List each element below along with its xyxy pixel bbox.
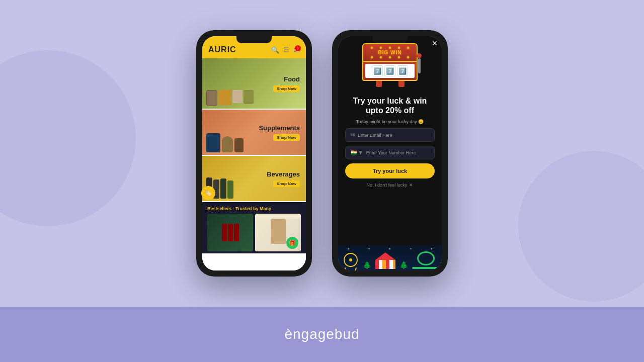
product-card-1[interactable] bbox=[207, 214, 253, 251]
reel-3: 7️⃣ bbox=[397, 65, 408, 76]
right-phone: ✕ ✨ ✨ bbox=[332, 30, 448, 277]
sign-dot bbox=[398, 47, 400, 49]
menu-icon[interactable]: ☰ bbox=[283, 46, 289, 54]
food-products bbox=[206, 90, 254, 106]
supp-pouch bbox=[206, 133, 220, 152]
fw-leg-left bbox=[345, 267, 347, 270]
email-placeholder: Enter Email Here bbox=[358, 133, 392, 138]
supplements-shop-btn[interactable]: Shop Now bbox=[273, 134, 300, 141]
supplements-banner-title: Supplements bbox=[259, 124, 300, 132]
phone-notch-right bbox=[372, 36, 408, 43]
product-grid: 🎁 bbox=[207, 214, 301, 251]
star-4: ✦ bbox=[410, 247, 412, 250]
tent-top bbox=[375, 252, 395, 260]
carnival-bottom: ★ ✦ ★ ✦ ★ 🌲 bbox=[338, 245, 442, 270]
sign-dot bbox=[407, 56, 409, 58]
phone-placeholder: Enter Your Number Here bbox=[366, 150, 416, 155]
product-card-img-1 bbox=[207, 214, 253, 251]
sign-dot bbox=[380, 47, 382, 49]
spin-screen: ✕ ✨ ✨ bbox=[338, 36, 442, 270]
bottle-4 bbox=[227, 180, 233, 199]
spin-headline: Try your luck & win upto 20% off bbox=[345, 96, 435, 115]
circus-tent-wrapper bbox=[375, 252, 395, 269]
product-card-2[interactable]: 🎁 bbox=[255, 214, 301, 251]
slot-sign: BIG WIN bbox=[362, 43, 418, 62]
food-banner-title: Food bbox=[273, 75, 300, 83]
handle-knob bbox=[417, 53, 422, 58]
handle-bar bbox=[418, 58, 421, 73]
flag-icon: 🇮🇳 ▼ bbox=[351, 150, 363, 155]
spin-subtext: Today might be your lucky day 😊 bbox=[345, 119, 435, 124]
circus-tent bbox=[375, 252, 395, 269]
gift-button[interactable]: 🎁 bbox=[286, 237, 298, 249]
supplements-banner-text: Supplements Shop Now bbox=[259, 124, 300, 141]
cart-badge: 1 bbox=[295, 45, 301, 51]
auric-content: Food Shop Now Supplements S bbox=[202, 58, 306, 270]
cart-icon[interactable]: 🛍 1 bbox=[293, 46, 300, 54]
sign-dot bbox=[389, 56, 391, 58]
product-pill bbox=[206, 90, 217, 106]
carnival-scene: 🌲 🌲 bbox=[338, 251, 442, 270]
close-button[interactable]: ✕ bbox=[432, 39, 438, 47]
fw-center bbox=[349, 258, 352, 261]
slot-legs bbox=[362, 81, 418, 87]
footer-logo: èngagebud bbox=[284, 326, 359, 342]
star-1: ★ bbox=[347, 247, 350, 250]
star-5: ★ bbox=[430, 247, 433, 250]
auric-nav-icons: 🔍 ☰ 🛍 1 bbox=[271, 46, 300, 54]
sign-dot bbox=[389, 47, 391, 49]
reel-2: 7️⃣ bbox=[384, 65, 395, 76]
food-banner-text: Food Shop Now bbox=[273, 75, 300, 92]
decline-text: No, I don't feel lucky bbox=[367, 183, 408, 188]
slot-handle bbox=[417, 53, 422, 73]
sign-dots-bottom bbox=[367, 55, 413, 59]
product-extra bbox=[244, 90, 254, 104]
sign-dot bbox=[407, 47, 409, 49]
slot-leg-left bbox=[376, 81, 382, 87]
beverages-shop-btn[interactable]: Shop Now bbox=[273, 180, 300, 187]
sign-dot bbox=[380, 56, 382, 58]
food-shop-btn[interactable]: Shop Now bbox=[273, 85, 300, 92]
sign-dot bbox=[371, 47, 373, 49]
sign-dot bbox=[398, 56, 400, 58]
beverages-banner-text: Beverages Shop Now bbox=[267, 170, 300, 187]
slot-reels: 7️⃣ 7️⃣ 7️⃣ bbox=[365, 64, 415, 78]
phone-notch-left bbox=[236, 36, 272, 43]
ferris-wheel bbox=[343, 253, 359, 269]
fw-leg-right bbox=[355, 267, 357, 270]
decline-row: No, I don't feel lucky ✕ bbox=[345, 183, 435, 188]
bestsellers-title: Bestsellers - Trusted by Many bbox=[207, 206, 301, 211]
sign-dots-top bbox=[367, 46, 413, 50]
decline-icon[interactable]: ✕ bbox=[409, 183, 413, 188]
roller-coaster bbox=[412, 251, 437, 269]
card-bottle-1 bbox=[222, 224, 227, 241]
rc-loop bbox=[417, 251, 435, 265]
search-icon[interactable]: 🔍 bbox=[271, 46, 279, 54]
supp-jar bbox=[234, 138, 244, 152]
phone-input[interactable]: 🇮🇳 ▼ Enter Your Number Here bbox=[345, 146, 435, 159]
bestsellers-section: Bestsellers - Trusted by Many bbox=[202, 202, 306, 253]
reel-1: 7️⃣ bbox=[372, 65, 383, 76]
slot-leg-right bbox=[398, 81, 405, 87]
product-box bbox=[218, 90, 231, 105]
bottle-3 bbox=[220, 178, 226, 199]
auric-logo: AURIC bbox=[208, 45, 236, 54]
stars-row: ★ ✦ ★ ✦ ★ bbox=[338, 247, 442, 250]
food-banner[interactable]: Food Shop Now bbox=[202, 58, 306, 109]
card-bottle-2 bbox=[228, 224, 233, 241]
tree-1: 🌲 bbox=[363, 261, 371, 269]
supplements-banner[interactable]: Supplements Shop Now bbox=[202, 110, 306, 155]
footer: èngagebud bbox=[0, 307, 644, 362]
star-3: ★ bbox=[388, 247, 391, 250]
product-bottle-white bbox=[271, 219, 286, 244]
email-input[interactable]: ✉ Enter Email Here bbox=[345, 128, 435, 142]
slot-body: 7️⃣ 7️⃣ 7️⃣ bbox=[362, 62, 418, 81]
slot-sign-text: BIG WIN bbox=[367, 50, 413, 55]
tree-2: 🌲 bbox=[399, 261, 408, 269]
try-luck-button[interactable]: Try your luck bbox=[345, 163, 435, 178]
beverages-banner[interactable]: Beverages Shop Now bbox=[202, 156, 306, 201]
auric-screen: AURIC 🔍 ☰ 🛍 1 bbox=[202, 36, 306, 270]
email-icon: ✉ bbox=[351, 132, 355, 138]
tent-stripe bbox=[375, 260, 395, 269]
sign-dot bbox=[371, 56, 373, 58]
